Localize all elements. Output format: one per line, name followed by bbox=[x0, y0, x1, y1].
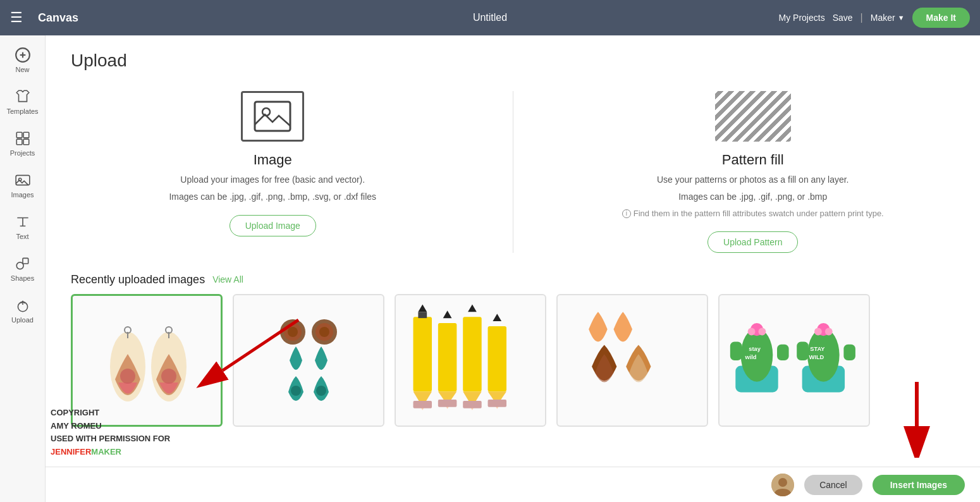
make-it-button[interactable]: Make It bbox=[912, 8, 970, 28]
svg-text:stay: stay bbox=[749, 345, 761, 352]
svg-rect-6 bbox=[23, 139, 29, 145]
app-title: Canvas bbox=[38, 11, 78, 25]
svg-text:STAY: STAY bbox=[810, 345, 825, 352]
image-card-2[interactable] bbox=[233, 294, 384, 427]
sidebar-item-upload[interactable]: Upload bbox=[2, 291, 44, 330]
sidebar-item-templates[interactable]: Templates bbox=[2, 82, 44, 121]
svg-text:wild: wild bbox=[744, 354, 756, 360]
text-icon bbox=[15, 214, 31, 230]
svg-point-29 bbox=[316, 386, 326, 396]
svg-rect-10 bbox=[23, 258, 28, 264]
svg-rect-56 bbox=[777, 344, 789, 360]
svg-point-15 bbox=[120, 369, 135, 384]
image-placeholder-icon bbox=[254, 101, 291, 132]
svg-rect-30 bbox=[413, 317, 432, 391]
shapes-icon bbox=[15, 255, 31, 272]
upload-sections: Image Upload your images for free (basic… bbox=[71, 91, 955, 253]
image-card-5[interactable]: stay wild STAY WILD bbox=[718, 294, 870, 427]
avatar-image bbox=[771, 474, 794, 496]
projects-icon bbox=[15, 130, 31, 147]
watermark-line1: COPYRIGHT bbox=[51, 407, 170, 420]
pattern-icon bbox=[715, 91, 791, 142]
topbar-right: My Projects Save | Maker ▼ Make It bbox=[779, 8, 970, 28]
top-bar: ☰ Canvas Untitled My Projects Save | Mak… bbox=[0, 0, 980, 35]
tshirt-icon bbox=[15, 89, 31, 105]
image-card-3[interactable] bbox=[395, 294, 546, 427]
pattern-section-desc1: Use your patterns or photos as a fill on… bbox=[657, 173, 849, 187]
cancel-button[interactable]: Cancel bbox=[804, 475, 862, 495]
insert-images-button[interactable]: Insert Images bbox=[873, 475, 965, 495]
watermark-brand: JENNIFERMAKER bbox=[51, 446, 170, 459]
svg-point-13 bbox=[262, 108, 270, 116]
image-grid: stay wild STAY WILD bbox=[71, 294, 955, 427]
sidebar-item-new[interactable]: New bbox=[2, 40, 44, 80]
svg-rect-46 bbox=[488, 326, 507, 391]
pattern-section-desc2: Images can be .jpg, .gif, .png, or .bmp bbox=[678, 190, 827, 204]
image-section-desc2: Images can be .jpg, .gif, .png, .bmp, .s… bbox=[169, 190, 376, 204]
images-icon bbox=[15, 172, 31, 188]
save-button[interactable]: Save bbox=[833, 13, 853, 23]
watermark-maker: MAKER bbox=[91, 447, 121, 456]
image-upload-icon bbox=[241, 91, 304, 142]
image-card-4[interactable] bbox=[556, 294, 708, 427]
svg-point-27 bbox=[319, 327, 329, 337]
sidebar-item-text[interactable]: Text bbox=[2, 207, 44, 247]
image-section-desc1: Upload your images for free (basic and v… bbox=[180, 173, 365, 187]
svg-point-24 bbox=[288, 327, 298, 337]
cactus-image: stay wild STAY WILD bbox=[720, 303, 869, 417]
watermark-line3: USED WITH PERMISSION FOR bbox=[51, 432, 170, 446]
svg-rect-55 bbox=[730, 341, 742, 360]
svg-rect-3 bbox=[16, 132, 22, 138]
sidebar-item-images[interactable]: Images bbox=[2, 166, 44, 205]
svg-marker-40 bbox=[443, 310, 452, 318]
svg-text:WILD: WILD bbox=[809, 354, 824, 360]
project-title: Untitled bbox=[473, 12, 507, 23]
divider: | bbox=[861, 12, 863, 23]
svg-rect-7 bbox=[16, 175, 30, 185]
earring-mandala-image bbox=[83, 303, 210, 417]
watermark: COPYRIGHT AMY ROMEU USED WITH PERMISSION… bbox=[46, 401, 175, 464]
watermark-jennifer: JENNIFER bbox=[51, 447, 91, 456]
svg-marker-50 bbox=[493, 314, 501, 321]
svg-rect-33 bbox=[413, 400, 432, 408]
earring-floral-image bbox=[245, 303, 372, 417]
pattern-section-heading: Pattern fill bbox=[722, 152, 784, 168]
svg-point-73 bbox=[778, 478, 787, 487]
svg-rect-35 bbox=[418, 312, 427, 318]
svg-marker-45 bbox=[468, 304, 477, 312]
recent-title: Recently uploaded images bbox=[71, 273, 205, 286]
sidebar-item-projects[interactable]: Projects bbox=[2, 124, 44, 163]
svg-rect-44 bbox=[463, 400, 482, 408]
maker-button[interactable]: Maker ▼ bbox=[871, 13, 905, 23]
svg-rect-39 bbox=[438, 399, 457, 407]
info-icon: i bbox=[622, 209, 631, 218]
page-title: Upload bbox=[71, 51, 955, 71]
avatar bbox=[771, 474, 794, 496]
upload-icon bbox=[15, 297, 31, 314]
upload-pattern-button[interactable]: Upload Pattern bbox=[707, 231, 798, 253]
svg-point-58 bbox=[748, 328, 756, 335]
pattern-section-note: i Find them in the pattern fill attribut… bbox=[622, 207, 884, 220]
sidebar-item-shapes[interactable]: Shapes bbox=[2, 249, 44, 288]
recent-header: Recently uploaded images View All bbox=[71, 273, 955, 286]
svg-point-67 bbox=[814, 328, 822, 335]
image-upload-section: Image Upload your images for free (basic… bbox=[71, 91, 475, 253]
svg-rect-64 bbox=[797, 341, 809, 360]
svg-point-59 bbox=[759, 328, 766, 335]
bottom-bar: Cancel Insert Images bbox=[46, 467, 980, 502]
main-layout: New Templates Projects bbox=[0, 35, 980, 502]
pencil-image bbox=[396, 303, 545, 417]
plus-icon bbox=[15, 47, 31, 63]
svg-rect-65 bbox=[843, 344, 855, 360]
view-all-link[interactable]: View All bbox=[212, 274, 243, 285]
svg-rect-4 bbox=[23, 132, 29, 138]
chevron-down-icon: ▼ bbox=[898, 14, 905, 21]
watermark-line2: AMY ROMEU bbox=[51, 420, 170, 433]
svg-marker-34 bbox=[418, 304, 427, 312]
svg-rect-41 bbox=[463, 317, 482, 391]
svg-rect-49 bbox=[488, 399, 507, 407]
menu-icon[interactable]: ☰ bbox=[10, 9, 23, 26]
upload-image-button[interactable]: Upload Image bbox=[230, 215, 316, 236]
svg-point-28 bbox=[291, 386, 301, 396]
my-projects-button[interactable]: My Projects bbox=[779, 13, 825, 23]
